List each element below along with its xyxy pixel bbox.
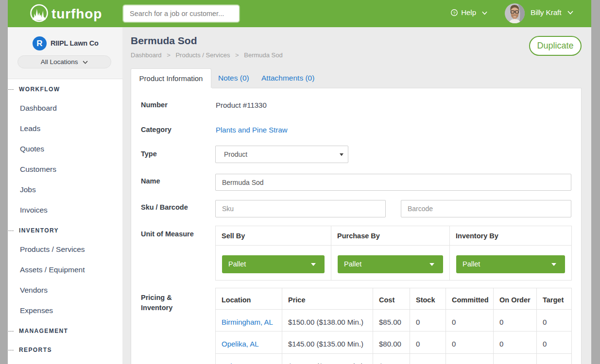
svg-text:?: ? [453, 10, 455, 16]
